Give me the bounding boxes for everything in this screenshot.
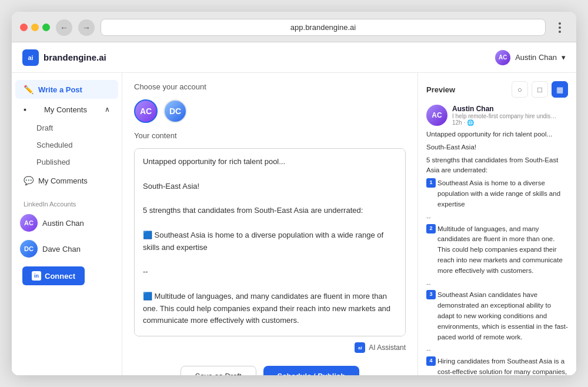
action-buttons: Save as Draft Schedule / Publish — [134, 361, 406, 375]
preview-label: Preview — [426, 85, 455, 94]
chevron-up-icon: ∧ — [105, 105, 110, 114]
user-menu[interactable]: AC Austin Chan ▾ — [495, 50, 566, 65]
preview-chat-btn[interactable]: □ — [532, 81, 548, 98]
badge-3: 3 — [426, 290, 436, 299]
browser-chrome: ← → app.brandengine.ai — [12, 12, 576, 42]
preview-content: Untapped opportunity for rich talent poo… — [426, 129, 568, 375]
chevron-down-icon: ▾ — [562, 53, 566, 62]
account-circle-austin[interactable]: AC — [134, 99, 158, 123]
dave-chan-label: Dave Chan — [42, 245, 81, 253]
ai-icon: ai — [355, 342, 365, 353]
ai-assistant-row[interactable]: ai AI Assistant — [134, 342, 406, 353]
main-area: ✏️ Write a Post ▪️ My Contents ∧ Draft S… — [12, 73, 576, 375]
post-textarea[interactable]: Untapped opportunity for rich talent poo… — [134, 148, 406, 336]
preview-user-subtitle: I help remote-first company hire undisco… — [452, 113, 558, 119]
sidebar-item-draft[interactable]: Draft — [15, 120, 118, 136]
divider-3: -- — [426, 345, 568, 355]
content-editor: Untapped opportunity for rich talent poo… — [134, 148, 406, 353]
preview-globe-btn[interactable]: ○ — [512, 81, 528, 98]
user-name-label: Austin Chan — [515, 53, 557, 62]
browser-window: ← → app.brandengine.ai ai brandengine.ai… — [12, 12, 576, 375]
preview-avatar: AC — [426, 105, 447, 126]
preview-user-info: Austin Chan I help remote-first company … — [452, 105, 568, 126]
save-draft-button[interactable]: Save as Draft — [181, 366, 256, 375]
brand-icon: ai — [22, 49, 39, 66]
sidebar: ✏️ Write a Post ▪️ My Contents ∧ Draft S… — [12, 73, 122, 375]
sidebar-item-write-post[interactable]: ✏️ Write a Post — [15, 80, 118, 99]
folder-icon: ▪️ — [24, 105, 26, 114]
sidebar-item-my-comments[interactable]: 💬 My Comments — [15, 171, 118, 190]
preview-user-row: AC Austin Chan I help remote-first compa… — [426, 105, 568, 126]
globe-icon: 🌐 — [467, 119, 474, 126]
preview-point-4: 4 Hiring candidates from Southeast Asia … — [426, 356, 568, 375]
account-avatars-row: AC DC — [134, 99, 406, 123]
minimize-button[interactable] — [31, 24, 39, 31]
comment-icon: 💬 — [24, 176, 34, 185]
badge-2: 2 — [426, 224, 436, 233]
badge-1: 1 — [426, 178, 436, 188]
austin-chan-label: Austin Chan — [42, 219, 84, 228]
browser-menu-button[interactable] — [552, 19, 568, 36]
badge-4: 4 — [426, 356, 436, 366]
write-post-label: Write a Post — [38, 85, 82, 94]
my-contents-label: My Contents — [44, 105, 87, 114]
preview-panel: Preview ○ □ ▦ AC Austin Chan I help remo… — [417, 73, 576, 375]
preview-point-3: 3 Southeast Asian candidates have demons… — [426, 290, 568, 342]
schedule-publish-button[interactable]: Schedule / Publish — [263, 366, 360, 375]
sidebar-item-published[interactable]: Published — [15, 154, 118, 170]
preview-line-3: 5 strengths that candidates from South-E… — [426, 155, 568, 176]
content-area: Choose your account AC DC Your content U… — [122, 73, 417, 375]
preview-post: AC Austin Chan I help remote-first compa… — [426, 105, 568, 375]
maximize-button[interactable] — [42, 24, 50, 31]
avatar-austin: AC — [20, 214, 38, 232]
choose-account-label: Choose your account — [134, 82, 406, 91]
connect-label: Connect — [45, 272, 75, 281]
sidebar-item-my-contents[interactable]: ▪️ My Contents ∧ — [15, 100, 118, 119]
preview-grid-btn[interactable]: ▦ — [552, 81, 568, 98]
linkedin-accounts-section: LinkedIn Accounts AC Austin Chan DC Dave… — [12, 196, 122, 285]
account-item-dave[interactable]: DC Dave Chan — [15, 236, 118, 262]
address-bar[interactable]: app.brandengine.ai — [101, 19, 546, 36]
forward-button[interactable]: → — [78, 19, 95, 36]
traffic-lights — [20, 24, 50, 31]
close-button[interactable] — [20, 24, 28, 31]
account-item-austin[interactable]: AC Austin Chan — [15, 210, 118, 236]
app-container: ai brandengine.ai AC Austin Chan ▾ ✏️ Wr… — [12, 42, 576, 375]
top-nav: ai brandengine.ai AC Austin Chan ▾ — [12, 42, 576, 73]
brand-name: brandengine.ai — [44, 52, 106, 62]
account-circle-dave[interactable]: DC — [163, 99, 187, 123]
preview-time: 12h · 🌐 — [452, 119, 568, 126]
avatar-dave: DC — [20, 240, 38, 258]
avatar: AC — [495, 50, 510, 65]
connect-button[interactable]: in Connect — [22, 266, 85, 285]
edit-icon: ✏️ — [24, 85, 34, 94]
my-comments-label: My Comments — [38, 176, 88, 185]
preview-header: Preview ○ □ ▦ — [426, 81, 568, 98]
linkedin-icon: in — [32, 271, 41, 281]
sidebar-item-scheduled[interactable]: Scheduled — [15, 137, 118, 153]
preview-line-1: Untapped opportunity for rich talent poo… — [426, 129, 568, 140]
ai-assistant-label: AI Assistant — [369, 343, 406, 352]
preview-point-2: 2 Multitude of languages, and many candi… — [426, 224, 568, 276]
divider-1: -- — [426, 212, 568, 223]
back-button[interactable]: ← — [56, 19, 72, 36]
linkedin-accounts-label: LinkedIn Accounts — [15, 196, 118, 210]
preview-point-1: 1 Southeast Asia is home to a diverse po… — [426, 178, 568, 209]
preview-user-name: Austin Chan — [452, 105, 568, 113]
preview-line-2: South-East Asia! — [426, 142, 568, 153]
brand-logo: ai brandengine.ai — [22, 49, 106, 66]
your-content-label: Your content — [134, 131, 406, 140]
preview-icons: ○ □ ▦ — [512, 81, 568, 98]
divider-2: -- — [426, 279, 568, 289]
